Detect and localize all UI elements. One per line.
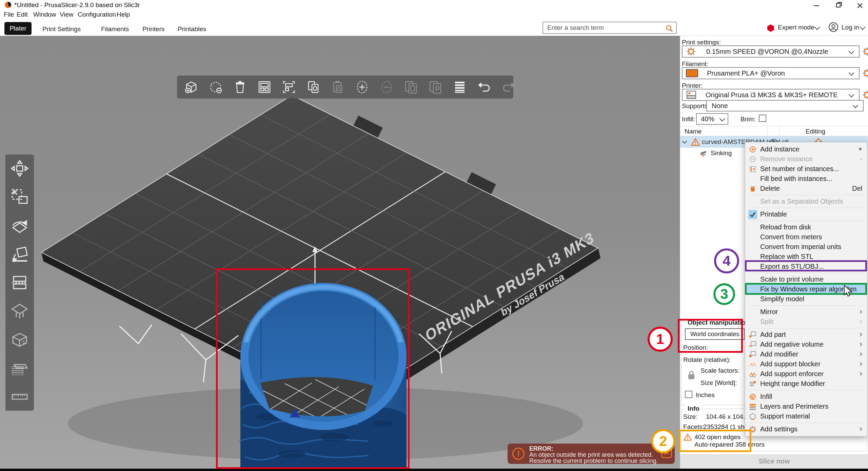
expand-chevron-icon[interactable] [682,139,687,144]
menu-item-split[interactable]: Split [745,317,867,327]
tab-filaments[interactable]: Filaments [101,25,129,33]
search-input[interactable]: Enter a search term [542,22,677,34]
filament-edit-icon[interactable] [863,69,868,78]
supports-chevron-icon [853,103,859,108]
menu-item-support-material[interactable]: Support material [745,411,867,421]
copy-button[interactable] [305,79,321,95]
menu-item-convert-from-imperial[interactable]: Convert from imperial units [745,242,867,252]
annotation-rect-export [745,260,867,271]
menu-item-set-number-of-instances[interactable]: Set number of instances... [745,164,867,174]
print-settings-edit-icon[interactable] [863,47,868,56]
menu-item-convert-from-meters[interactable]: Convert from meters [745,232,867,242]
printer-chevron-icon [849,92,854,98]
user-icon [828,22,839,33]
menu-bar: File Edit Window View Configuration Help [0,10,868,20]
login-button[interactable]: Log in [842,24,859,31]
seam-painting-tool[interactable] [5,325,34,354]
menu-item-add-instance[interactable]: Add instance+ [745,144,867,154]
app-logo-icon [5,2,11,8]
close-button[interactable] [853,2,867,9]
inches-checkbox[interactable] [685,391,692,398]
menu-item-remove-instance[interactable]: Remove instance- [745,154,867,164]
menu-configuration[interactable]: Configuration [78,11,116,18]
delete-all-button[interactable] [232,79,248,95]
error-icon: ! [512,448,525,460]
menu-item-add-support-enforcer[interactable]: Add support enforcer [745,369,867,379]
cut-tool[interactable] [5,268,34,297]
printer-edit-icon[interactable] [863,90,868,99]
measure-tool[interactable] [5,382,34,411]
menu-item-infill[interactable]: Infill [745,392,867,402]
menu-view[interactable]: View [60,11,74,18]
supports-label: Supports: [682,102,709,110]
multimaterial-painting-tool[interactable] [5,354,34,382]
remove-object-button[interactable] [208,79,224,95]
split-to-objects-button[interactable] [403,79,419,95]
rotate-tool[interactable] [5,211,34,240]
layers-icon [745,403,760,410]
scale-label: Scale factors: [701,367,739,374]
annotation-circle-4: 4 [714,248,739,273]
paint-on-supports-tool[interactable] [5,297,34,325]
search-icon[interactable] [665,24,673,33]
lock-icon[interactable] [688,370,695,380]
login-chevron-icon[interactable] [860,24,866,30]
brim-checkbox[interactable] [759,115,766,122]
remove-instance-icon [745,156,760,163]
infill-icon [745,393,760,401]
print-settings-combo[interactable]: 0.15mm SPEED @VORON @0.4Nozzle [682,45,860,58]
annotation-circle-2: 2 [651,429,675,453]
restore-button[interactable] [831,2,845,9]
infill-label: Infill: [682,116,695,123]
rotate-label: Rotate (relative): [683,356,731,364]
printer-combo[interactable]: Original Prusa i3 MK3S & MK3S+ REMOTE [682,89,860,101]
supports-combo[interactable]: None [706,100,864,111]
mode-chevron-icon[interactable] [814,24,820,30]
menu-item-add-support-blocker[interactable]: Add support blocker [745,359,867,369]
menu-item-add-negative-volume[interactable]: Add negative volume [745,340,867,349]
menu-edit[interactable]: Edit [17,11,28,18]
menu-window[interactable]: Window [33,11,56,18]
arrange-button[interactable] [256,79,273,95]
menu-item-fill-bed[interactable]: Fill bed with instances... [745,174,867,184]
add-negative-volume-icon [745,341,760,348]
menu-file[interactable]: File [4,11,14,18]
mode-selector[interactable]: Expert mode [778,24,814,31]
tab-printables[interactable]: Printables [178,25,206,33]
info-title: Info [686,405,702,412]
menu-item-printable[interactable]: Printable [745,209,867,219]
menu-item-add-settings[interactable]: Add settings [745,424,867,434]
tab-plater[interactable]: Plater [4,22,32,35]
move-tool[interactable] [5,155,34,183]
split-to-parts-button[interactable] [427,79,443,95]
menu-item-add-modifier[interactable]: Add modifier [745,349,867,359]
place-on-face-tool[interactable] [5,240,34,268]
tab-print-settings[interactable]: Print Settings [42,25,81,33]
add-instance-button[interactable] [354,79,370,95]
scale-tool[interactable] [5,183,34,211]
paste-button[interactable] [330,79,346,95]
top-toolbar [177,76,513,99]
menu-item-layers-perimeters[interactable]: Layers and Perimeters [745,402,867,411]
infill-combo[interactable]: 40% [696,113,728,125]
minimize-button[interactable] [810,2,823,9]
redo-button[interactable] [500,79,517,95]
slice-now-button[interactable]: Slice now [680,454,868,469]
menu-item-height-range-modifier[interactable]: Height range Modifier [745,379,867,389]
menu-item-add-part[interactable]: Add part [745,330,867,340]
arrange-selection-button[interactable] [281,79,297,95]
brim-label: Brim: [741,116,755,123]
tab-printers[interactable]: Printers [142,25,164,33]
menu-item-delete[interactable]: DeleteDel [745,184,867,193]
menu-item-mirror[interactable]: Mirror [745,307,867,317]
undo-button[interactable] [476,79,492,95]
menu-item-set-separated-objects[interactable]: Set as a Separated Objects [745,197,867,206]
add-support-enforcer-icon [745,370,760,378]
add-object-button[interactable] [183,79,199,95]
menu-item-reload-from-disk[interactable]: Reload from disk [745,222,867,232]
name-column-header: Name [685,128,702,135]
variable-layer-height-button[interactable] [452,79,468,95]
filament-combo[interactable]: Prusament PLA+ @Voron [682,67,860,79]
menu-help[interactable]: Help [117,11,130,18]
remove-instance-button[interactable] [378,79,395,95]
